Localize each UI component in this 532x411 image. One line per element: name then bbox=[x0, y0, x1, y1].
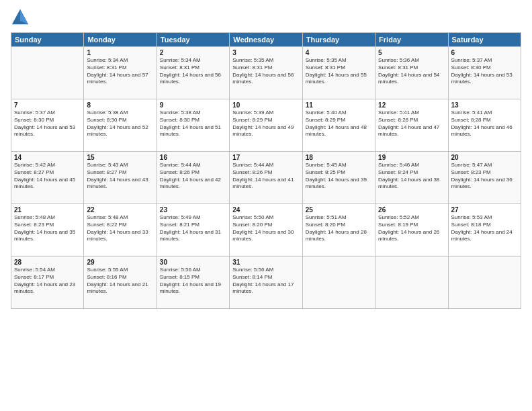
calendar-week-4: 21Sunrise: 5:48 AM Sunset: 8:23 PM Dayli… bbox=[11, 204, 521, 257]
calendar-cell: 14Sunrise: 5:42 AM Sunset: 8:27 PM Dayli… bbox=[11, 152, 84, 204]
weekday-header-sunday: Sunday bbox=[11, 33, 84, 47]
cell-details: Sunrise: 5:37 AM Sunset: 8:30 PM Dayligh… bbox=[451, 57, 518, 86]
calendar-cell: 8Sunrise: 5:38 AM Sunset: 8:30 PM Daylig… bbox=[84, 99, 157, 152]
day-number: 8 bbox=[87, 101, 153, 109]
day-number: 7 bbox=[14, 101, 81, 109]
header bbox=[11, 8, 521, 27]
weekday-header-row: SundayMondayTuesdayWednesdayThursdayFrid… bbox=[11, 33, 521, 47]
cell-details: Sunrise: 5:36 AM Sunset: 8:31 PM Dayligh… bbox=[378, 57, 445, 86]
day-number: 14 bbox=[14, 154, 81, 161]
calendar-cell: 3Sunrise: 5:35 AM Sunset: 8:31 PM Daylig… bbox=[230, 47, 302, 99]
day-number: 23 bbox=[160, 206, 226, 214]
weekday-header-saturday: Saturday bbox=[448, 33, 521, 47]
cell-details: Sunrise: 5:47 AM Sunset: 8:23 PM Dayligh… bbox=[451, 162, 518, 191]
cell-details: Sunrise: 5:46 AM Sunset: 8:24 PM Dayligh… bbox=[378, 162, 445, 191]
day-number: 3 bbox=[232, 49, 299, 56]
cell-details: Sunrise: 5:56 AM Sunset: 8:15 PM Dayligh… bbox=[160, 267, 226, 295]
cell-details: Sunrise: 5:56 AM Sunset: 8:14 PM Dayligh… bbox=[232, 267, 299, 295]
cell-details: Sunrise: 5:41 AM Sunset: 8:28 PM Dayligh… bbox=[378, 109, 445, 138]
cell-details: Sunrise: 5:37 AM Sunset: 8:30 PM Dayligh… bbox=[14, 109, 81, 138]
day-number: 18 bbox=[306, 154, 372, 161]
cell-details: Sunrise: 5:51 AM Sunset: 8:20 PM Dayligh… bbox=[306, 214, 372, 243]
calendar-cell bbox=[302, 257, 375, 309]
day-number: 25 bbox=[306, 206, 372, 214]
day-number: 31 bbox=[232, 259, 299, 266]
cell-details: Sunrise: 5:41 AM Sunset: 8:28 PM Dayligh… bbox=[451, 109, 518, 138]
day-number: 12 bbox=[378, 101, 445, 109]
cell-details: Sunrise: 5:34 AM Sunset: 8:31 PM Dayligh… bbox=[160, 57, 226, 86]
logo-icon bbox=[11, 8, 30, 27]
calendar-week-2: 7Sunrise: 5:37 AM Sunset: 8:30 PM Daylig… bbox=[11, 99, 521, 152]
calendar-cell bbox=[11, 47, 84, 99]
cell-details: Sunrise: 5:40 AM Sunset: 8:29 PM Dayligh… bbox=[306, 109, 372, 138]
calendar-week-1: 1Sunrise: 5:34 AM Sunset: 8:31 PM Daylig… bbox=[11, 47, 521, 99]
cell-details: Sunrise: 5:52 AM Sunset: 8:19 PM Dayligh… bbox=[378, 214, 445, 243]
calendar-cell bbox=[448, 257, 521, 309]
day-number: 24 bbox=[232, 206, 299, 214]
calendar-cell: 12Sunrise: 5:41 AM Sunset: 8:28 PM Dayli… bbox=[375, 99, 448, 152]
calendar-cell: 6Sunrise: 5:37 AM Sunset: 8:30 PM Daylig… bbox=[448, 47, 521, 99]
calendar-cell: 2Sunrise: 5:34 AM Sunset: 8:31 PM Daylig… bbox=[157, 47, 229, 99]
calendar-cell: 25Sunrise: 5:51 AM Sunset: 8:20 PM Dayli… bbox=[302, 204, 375, 257]
day-number: 11 bbox=[306, 101, 372, 109]
weekday-header-monday: Monday bbox=[84, 33, 157, 47]
calendar-week-3: 14Sunrise: 5:42 AM Sunset: 8:27 PM Dayli… bbox=[11, 152, 521, 204]
cell-details: Sunrise: 5:48 AM Sunset: 8:23 PM Dayligh… bbox=[14, 214, 81, 243]
calendar-cell: 16Sunrise: 5:44 AM Sunset: 8:26 PM Dayli… bbox=[157, 152, 229, 204]
calendar-cell: 5Sunrise: 5:36 AM Sunset: 8:31 PM Daylig… bbox=[375, 47, 448, 99]
calendar-cell: 1Sunrise: 5:34 AM Sunset: 8:31 PM Daylig… bbox=[84, 47, 157, 99]
cell-details: Sunrise: 5:50 AM Sunset: 8:20 PM Dayligh… bbox=[232, 214, 299, 243]
day-number: 30 bbox=[160, 259, 226, 266]
day-number: 6 bbox=[451, 49, 518, 56]
cell-details: Sunrise: 5:44 AM Sunset: 8:26 PM Dayligh… bbox=[232, 162, 299, 191]
day-number: 10 bbox=[232, 101, 299, 109]
calendar-cell: 4Sunrise: 5:35 AM Sunset: 8:31 PM Daylig… bbox=[302, 47, 375, 99]
day-number: 5 bbox=[378, 49, 445, 56]
cell-details: Sunrise: 5:39 AM Sunset: 8:29 PM Dayligh… bbox=[232, 109, 299, 138]
weekday-header-friday: Friday bbox=[375, 33, 448, 47]
cell-details: Sunrise: 5:48 AM Sunset: 8:22 PM Dayligh… bbox=[87, 214, 153, 243]
calendar-cell: 22Sunrise: 5:48 AM Sunset: 8:22 PM Dayli… bbox=[84, 204, 157, 257]
cell-details: Sunrise: 5:34 AM Sunset: 8:31 PM Dayligh… bbox=[87, 57, 153, 86]
day-number: 28 bbox=[14, 259, 81, 266]
day-number: 16 bbox=[160, 154, 226, 161]
calendar-cell: 19Sunrise: 5:46 AM Sunset: 8:24 PM Dayli… bbox=[375, 152, 448, 204]
day-number: 9 bbox=[160, 101, 226, 109]
cell-details: Sunrise: 5:38 AM Sunset: 8:30 PM Dayligh… bbox=[160, 109, 226, 138]
calendar-cell: 24Sunrise: 5:50 AM Sunset: 8:20 PM Dayli… bbox=[230, 204, 302, 257]
cell-details: Sunrise: 5:38 AM Sunset: 8:30 PM Dayligh… bbox=[87, 109, 153, 138]
cell-details: Sunrise: 5:45 AM Sunset: 8:25 PM Dayligh… bbox=[306, 162, 372, 191]
cell-details: Sunrise: 5:35 AM Sunset: 8:31 PM Dayligh… bbox=[306, 57, 372, 86]
calendar-cell: 18Sunrise: 5:45 AM Sunset: 8:25 PM Dayli… bbox=[302, 152, 375, 204]
day-number: 19 bbox=[378, 154, 445, 161]
calendar-cell: 13Sunrise: 5:41 AM Sunset: 8:28 PM Dayli… bbox=[448, 99, 521, 152]
cell-details: Sunrise: 5:43 AM Sunset: 8:27 PM Dayligh… bbox=[87, 162, 153, 191]
calendar-cell: 7Sunrise: 5:37 AM Sunset: 8:30 PM Daylig… bbox=[11, 99, 84, 152]
calendar-cell: 11Sunrise: 5:40 AM Sunset: 8:29 PM Dayli… bbox=[302, 99, 375, 152]
calendar-cell: 9Sunrise: 5:38 AM Sunset: 8:30 PM Daylig… bbox=[157, 99, 229, 152]
calendar-week-5: 28Sunrise: 5:54 AM Sunset: 8:17 PM Dayli… bbox=[11, 257, 521, 309]
weekday-header-wednesday: Wednesday bbox=[230, 33, 302, 47]
weekday-header-thursday: Thursday bbox=[302, 33, 375, 47]
cell-details: Sunrise: 5:49 AM Sunset: 8:21 PM Dayligh… bbox=[160, 214, 226, 243]
cell-details: Sunrise: 5:42 AM Sunset: 8:27 PM Dayligh… bbox=[14, 162, 81, 191]
cell-details: Sunrise: 5:53 AM Sunset: 8:18 PM Dayligh… bbox=[451, 214, 518, 243]
weekday-header-tuesday: Tuesday bbox=[157, 33, 229, 47]
day-number: 29 bbox=[87, 259, 153, 266]
day-number: 20 bbox=[451, 154, 518, 161]
day-number: 17 bbox=[232, 154, 299, 161]
day-number: 27 bbox=[451, 206, 518, 214]
day-number: 26 bbox=[378, 206, 445, 214]
page: SundayMondayTuesdayWednesdayThursdayFrid… bbox=[0, 0, 532, 411]
day-number: 13 bbox=[451, 101, 518, 109]
calendar-table: SundayMondayTuesdayWednesdayThursdayFrid… bbox=[11, 32, 521, 309]
calendar-cell: 15Sunrise: 5:43 AM Sunset: 8:27 PM Dayli… bbox=[84, 152, 157, 204]
cell-details: Sunrise: 5:54 AM Sunset: 8:17 PM Dayligh… bbox=[14, 267, 81, 295]
calendar-cell bbox=[375, 257, 448, 309]
calendar-cell: 29Sunrise: 5:55 AM Sunset: 8:16 PM Dayli… bbox=[84, 257, 157, 309]
day-number: 22 bbox=[87, 206, 153, 214]
calendar-cell: 30Sunrise: 5:56 AM Sunset: 8:15 PM Dayli… bbox=[157, 257, 229, 309]
day-number: 21 bbox=[14, 206, 81, 214]
cell-details: Sunrise: 5:55 AM Sunset: 8:16 PM Dayligh… bbox=[87, 267, 153, 295]
day-number: 1 bbox=[87, 49, 153, 56]
